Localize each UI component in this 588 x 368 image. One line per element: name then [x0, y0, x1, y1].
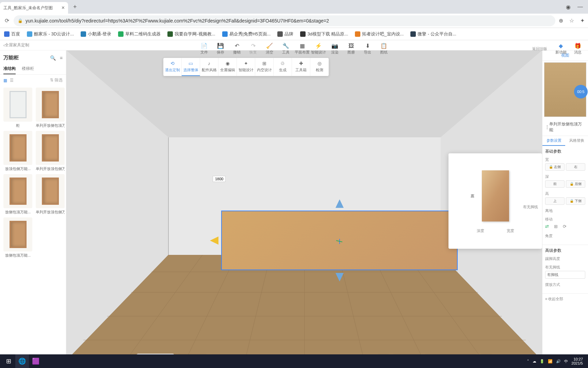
tool-export[interactable]: ⬇导出: [359, 43, 376, 55]
subtool-interior[interactable]: ⊞内空设计: [255, 58, 274, 76]
filter-icon[interactable]: ⇅ 筛选: [50, 77, 63, 83]
tray-cloud-icon[interactable]: ☁: [533, 359, 536, 364]
tool-render[interactable]: 📷渲染: [327, 43, 343, 55]
tray-wifi-icon[interactable]: 📶: [548, 359, 553, 364]
subtool-select[interactable]: ▭选择整体: [182, 58, 200, 76]
kick-select[interactable]: 有脚线: [545, 271, 585, 279]
grid-view-icon[interactable]: ▦: [3, 78, 7, 83]
product-card[interactable]: 柜: [3, 88, 32, 128]
clear-icon: 🧹: [261, 43, 278, 49]
move-z-icon[interactable]: ⊞: [554, 224, 558, 229]
extension-icon[interactable]: ✦: [580, 17, 585, 24]
check-icon: ◎: [310, 61, 329, 66]
tray-battery-icon[interactable]: 🔋: [540, 359, 544, 364]
tool-drawing[interactable]: 📋图纸: [376, 43, 392, 55]
tool-redo[interactable]: ↷恢复: [245, 43, 261, 55]
subtool-toolbox[interactable]: ✚工具箱: [292, 58, 310, 76]
bookmark-item[interactable]: 易企秀|免费H5页面...: [222, 31, 271, 37]
return-old-link[interactable]: 返回旧版: [532, 46, 547, 51]
bookmark-item[interactable]: 小鹅通-登录: [81, 31, 111, 37]
tool-tools[interactable]: 🔧工具: [278, 43, 294, 55]
ime-indicator[interactable]: 中: [564, 359, 568, 364]
gizmo-center[interactable]: [336, 237, 343, 244]
subtool-style[interactable]: ♪配件风格: [200, 58, 218, 76]
taskbar-chrome-icon[interactable]: 🌐: [15, 354, 29, 368]
depth-front-button[interactable]: 前: [545, 180, 565, 188]
reload-icon[interactable]: ⟳: [3, 17, 10, 24]
clock-date[interactable]: 2021/5: [571, 361, 583, 365]
taskbar-app-icon[interactable]: 🟪: [29, 354, 43, 368]
bookmark-item[interactable]: 草料二维码生成器: [118, 31, 161, 37]
tool-clear[interactable]: 🧹清空: [261, 43, 278, 55]
active-tab[interactable]: 工具_酷家乐_未命名户型图 ×: [0, 2, 68, 14]
bookmark-item[interactable]: 品牌: [277, 31, 293, 37]
tab-style[interactable]: 风格替换: [565, 136, 588, 146]
product-card[interactable]: 放顶包侧万能...: [3, 131, 32, 171]
sidebar-tab-stair[interactable]: 楼梯柜: [22, 64, 34, 74]
width-left-button[interactable]: 🔒 左侧: [545, 163, 565, 171]
bookmark-item[interactable]: 我要自学网-视频教...: [167, 31, 215, 37]
drawing-icon: 📋: [376, 43, 392, 49]
zoom-icon[interactable]: ⊕: [559, 17, 563, 24]
save-icon: 💾: [212, 43, 229, 49]
selected-cabinet[interactable]: [221, 211, 458, 270]
minimize-icon[interactable]: —: [577, 4, 583, 10]
start-button[interactable]: ⊞: [2, 354, 15, 368]
bookmark-item[interactable]: 百度: [4, 31, 20, 37]
undo-icon: ↶: [229, 43, 245, 49]
star-icon[interactable]: ☆: [569, 17, 574, 24]
angle-label: 角度: [545, 233, 585, 239]
url-text: yun.kujiale.com/tool/h5/diy?redirecturl=…: [26, 18, 329, 24]
url-input[interactable]: 🔒 yun.kujiale.com/tool/h5/diy?redirectur…: [14, 15, 555, 26]
generate-icon: ♲: [274, 61, 292, 66]
tool-undo[interactable]: ↶撤销: [229, 43, 245, 55]
product-card[interactable]: 放侧包顶万能...: [3, 174, 32, 215]
placement-label: 摆放方式: [545, 282, 585, 287]
tool-new-feature[interactable]: ◆新功能: [554, 43, 568, 55]
product-card[interactable]: 放侧包顶万能...: [3, 217, 32, 258]
preview-kick-label: 有无脚线: [523, 204, 538, 210]
tool-save[interactable]: 💾保存: [212, 43, 229, 55]
product-card[interactable]: 单列开放顶包侧万能...: [36, 131, 65, 171]
bookmark-item[interactable]: 微擎 - 公众平台自...: [410, 31, 456, 37]
product-card[interactable]: 单列开放侧包顶万能...: [36, 88, 65, 128]
tool-album[interactable]: 🖼图册: [343, 43, 359, 55]
collapse-all-button[interactable]: ≡ 收起全部: [542, 293, 588, 304]
move-left-handle[interactable]: [210, 236, 218, 245]
interior-icon: ⊞: [255, 61, 273, 66]
sidebar-tab-structure[interactable]: 准结构: [3, 64, 16, 74]
preview-depth-label: 深度: [477, 228, 484, 233]
tool-message[interactable]: 🎁消息: [571, 43, 585, 55]
new-tab-button[interactable]: +: [73, 3, 77, 11]
bookmark-item[interactable]: 3d模型下载 精品原...: [300, 31, 348, 37]
height-up-button[interactable]: 上: [545, 197, 565, 205]
move-down-handle[interactable]: [336, 273, 344, 281]
minimap[interactable]: 00:5: [544, 62, 586, 117]
tool-floorplan[interactable]: ▦平面布置: [294, 43, 310, 55]
close-icon[interactable]: ×: [62, 5, 65, 11]
move-rotate-icon[interactable]: ⟳: [563, 224, 567, 229]
tray-volume-icon[interactable]: 🔊: [556, 359, 561, 364]
product-card[interactable]: 单列开放顶包侧万能...: [36, 174, 65, 215]
camera-icon: 📷: [327, 43, 343, 49]
subtool-check[interactable]: ◎检测: [310, 58, 329, 76]
bookmark-item[interactable]: 拓者设计吧_室内设...: [355, 31, 404, 37]
subtool-ai[interactable]: ✦智能设计: [237, 58, 255, 76]
clock-time[interactable]: 10:27: [571, 357, 583, 361]
move-xy-icon[interactable]: ⇄: [545, 224, 549, 229]
tool-file[interactable]: 📄文件: [196, 43, 212, 55]
tab-params[interactable]: 参数设置: [542, 136, 565, 146]
bookmark-item[interactable]: 酷家乐 - 3D云设计...: [27, 31, 74, 37]
depth-back-button[interactable]: 🔒 后侧: [566, 180, 585, 188]
subtool-exit[interactable]: ⟲退出定制: [163, 58, 182, 76]
list-view-icon[interactable]: ☰: [10, 78, 14, 83]
move-up-handle[interactable]: [336, 199, 344, 208]
width-right-button[interactable]: 右: [566, 163, 585, 171]
tool-smart[interactable]: ⚡智能设计: [310, 43, 327, 55]
windows-taskbar: ⊞ 🌐 🟪 ˄ ☁ 🔋 📶 🔊 中 10:27 2021/5: [0, 354, 588, 368]
subtool-edit[interactable]: ◉全屋编辑: [218, 58, 237, 76]
tray-up-icon[interactable]: ˄: [527, 359, 529, 364]
subtool-generate[interactable]: ♲生成: [274, 58, 292, 76]
profile-icon[interactable]: ◉: [566, 4, 571, 10]
height-down-button[interactable]: 🔒 下侧: [566, 197, 585, 205]
